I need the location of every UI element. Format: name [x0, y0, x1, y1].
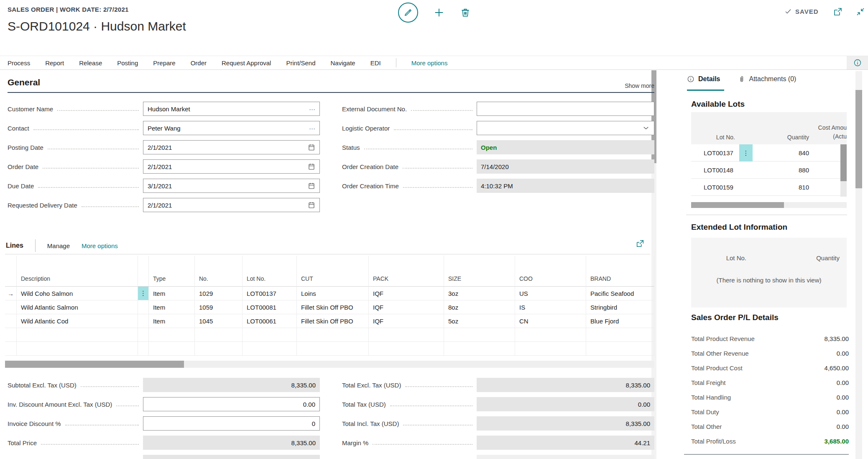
col-quantity[interactable]: Quantity [753, 254, 847, 262]
order-date-field[interactable] [143, 159, 320, 174]
lookup-ellipsis-icon[interactable]: ··· [309, 125, 315, 132]
calendar-icon[interactable] [308, 163, 315, 170]
due-date-field[interactable] [143, 179, 320, 193]
cell-coo[interactable]: CN [515, 314, 586, 328]
lot-quantity[interactable]: 840 [753, 149, 815, 156]
posting-date-input[interactable] [148, 144, 304, 151]
external-document-no-input[interactable] [481, 105, 650, 113]
cell-description[interactable]: Wild Atlantic Salmon [17, 300, 138, 314]
col-size[interactable]: SIZE [444, 256, 515, 287]
col-no[interactable]: No. [195, 256, 243, 287]
menu-process[interactable]: Process [8, 59, 30, 67]
inv-discount-amount-field[interactable] [143, 397, 320, 411]
order-date-input[interactable] [148, 163, 304, 170]
col-quantity[interactable]: Quantity [753, 134, 815, 141]
due-date-input[interactable] [148, 182, 304, 190]
col-cost-amount[interactable]: Cost Amou (Actu [815, 123, 847, 141]
col-description[interactable]: Description [17, 256, 138, 287]
lot-no[interactable]: LOT00159 [691, 184, 739, 191]
lots-vertical-scrollbar[interactable] [840, 144, 847, 197]
cell-pack[interactable]: IQF [369, 314, 444, 328]
lines-more-options-link[interactable]: More options [82, 242, 118, 249]
cell-cut[interactable]: Fillet Skin Off PBO [297, 314, 369, 328]
lines-horizontal-scrollbar[interactable] [5, 361, 654, 368]
cell-cut[interactable]: Loins [297, 287, 369, 300]
cell-lot[interactable]: LOT00137 [243, 287, 297, 300]
col-pack[interactable]: PACK [369, 256, 444, 287]
lot-no[interactable]: LOT00148 [691, 167, 739, 174]
row-kebab-icon[interactable]: ⋮ [138, 287, 149, 300]
lot-quantity[interactable]: 810 [753, 184, 815, 191]
inv-discount-amount-input[interactable] [148, 401, 315, 408]
col-brand[interactable]: BRAND [586, 256, 654, 287]
customer-name-field[interactable]: ··· [143, 102, 320, 116]
calendar-icon[interactable] [308, 144, 315, 151]
cell-size[interactable]: 8oz [444, 300, 515, 314]
logistic-operator-input[interactable] [481, 125, 639, 132]
requested-delivery-date-input[interactable] [148, 202, 304, 209]
lot-cost[interactable]: 7 [815, 201, 847, 201]
cell-description[interactable]: Wild Atlantic Cod [17, 314, 138, 328]
menu-print-send[interactable]: Print/Send [286, 59, 315, 67]
customer-name-input[interactable] [148, 105, 306, 113]
popout-icon[interactable] [833, 7, 843, 17]
new-button[interactable] [433, 7, 445, 18]
col-lot-no[interactable]: Lot No. [691, 134, 739, 141]
external-document-no-field[interactable] [477, 102, 654, 116]
lot-no[interactable]: LOT00178 [691, 201, 739, 201]
posting-date-field[interactable] [143, 140, 320, 154]
cell-lot[interactable]: LOT00081 [243, 300, 297, 314]
cell-cut[interactable]: Fillet Skin Off PBO [297, 300, 369, 314]
factbox-scrollbar[interactable] [855, 71, 862, 459]
contact-input[interactable] [148, 125, 306, 132]
manage-menu[interactable]: Manage [47, 242, 70, 249]
cell-brand[interactable]: Blue Fjord [586, 314, 654, 328]
cell-size[interactable]: 5oz [444, 314, 515, 328]
cell-no[interactable]: 1059 [195, 300, 243, 314]
cell-description[interactable]: Wild Coho Salmon [17, 287, 138, 300]
cell-pack[interactable]: IQF [369, 287, 444, 300]
cell-pack[interactable]: IQF [369, 300, 444, 314]
page-info-button[interactable] [847, 56, 868, 69]
lot-quantity[interactable]: 880 [753, 167, 815, 174]
col-type[interactable]: Type [149, 256, 195, 287]
menu-release[interactable]: Release [79, 59, 102, 67]
col-lot-no[interactable]: Lot No. [243, 256, 297, 287]
menu-order[interactable]: Order [191, 59, 207, 67]
factbox-scrollbar-thumb[interactable] [855, 90, 862, 188]
row-kebab-icon[interactable]: ⋮ [739, 144, 753, 162]
show-more-link[interactable]: Show more [602, 82, 654, 89]
tab-attachments[interactable]: Attachments (0) [738, 75, 796, 83]
cell-brand[interactable]: Stringbird [586, 300, 654, 314]
lots-horizontal-scrollbar[interactable] [691, 202, 847, 208]
menu-edi[interactable]: EDI [370, 59, 381, 67]
cell-type[interactable]: Item [149, 287, 195, 300]
lots-vertical-scrollbar-thumb[interactable] [840, 144, 847, 181]
cell-no[interactable]: 1045 [195, 314, 243, 328]
chevron-down-icon[interactable] [642, 124, 650, 132]
cell-coo[interactable]: US [515, 287, 586, 300]
lot-quantity[interactable]: 850 [753, 201, 815, 201]
menu-report[interactable]: Report [45, 59, 64, 67]
lookup-ellipsis-icon[interactable]: ··· [309, 105, 315, 113]
col-cut[interactable]: CUT [297, 256, 369, 287]
more-options-link[interactable]: More options [411, 59, 448, 67]
lots-horizontal-scrollbar-thumb[interactable] [691, 202, 784, 208]
cell-type[interactable]: Item [149, 314, 195, 328]
cell-brand[interactable]: Pacific Seafood [586, 287, 654, 300]
cell-coo[interactable]: IS [515, 300, 586, 314]
edit-button[interactable] [398, 3, 418, 23]
expand-lines-button[interactable] [636, 239, 645, 248]
menu-posting[interactable]: Posting [117, 59, 138, 67]
cell-size[interactable]: 3oz [444, 287, 515, 300]
menu-navigate[interactable]: Navigate [331, 59, 355, 67]
contact-field[interactable]: ··· [143, 121, 320, 135]
calendar-icon[interactable] [308, 182, 315, 190]
col-coo[interactable]: COO [515, 256, 586, 287]
cell-lot[interactable]: LOT00061 [243, 314, 297, 328]
col-lot-no[interactable]: Lot No. [691, 254, 753, 262]
calendar-icon[interactable] [308, 201, 315, 209]
logistic-operator-field[interactable] [477, 121, 654, 135]
invoice-discount-pct-field[interactable] [143, 416, 320, 431]
menu-prepare[interactable]: Prepare [153, 59, 175, 67]
